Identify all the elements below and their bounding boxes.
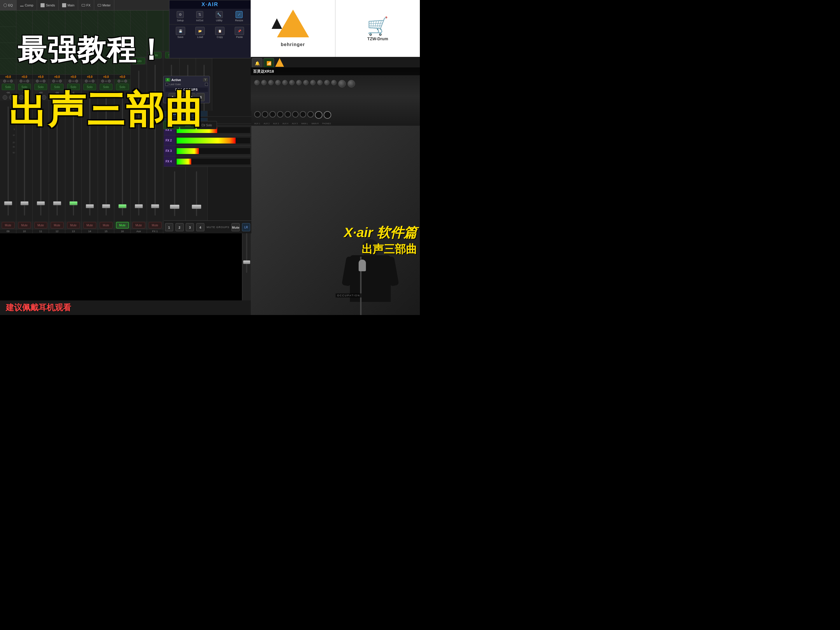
scale-50: 50 bbox=[13, 152, 15, 154]
mute-button-fx1[interactable]: Mute bbox=[149, 222, 161, 228]
gain-09: +0.0 bbox=[0, 75, 16, 79]
xr18-hardware-area: 百灵达XR18 bbox=[251, 67, 420, 126]
knob-6[interactable] bbox=[289, 80, 294, 85]
main-icon bbox=[62, 3, 66, 7]
phantom-indicator-10 bbox=[19, 80, 22, 82]
meter-button[interactable]: Meter bbox=[94, 0, 114, 10]
mute-button-13[interactable]: Mute bbox=[67, 222, 80, 228]
xr18-title-overlay: 百灵达XR18 bbox=[251, 67, 420, 75]
sends-button[interactable]: Sends bbox=[37, 0, 58, 10]
knob-12[interactable] bbox=[331, 80, 336, 85]
xair-actions-row: 💾 Save 📂 Load 📋 Copy 📌 Paste bbox=[169, 24, 251, 41]
dca-active-row: X Active Y bbox=[165, 78, 208, 82]
load-icon: 📂 bbox=[195, 27, 205, 35]
mute-btn-final[interactable]: Mute bbox=[232, 223, 240, 231]
logos-row: behringer 🛒 TZW-Drum bbox=[251, 0, 420, 57]
main-l-label: MAIN L bbox=[301, 122, 308, 125]
load-button[interactable]: 📂 Load bbox=[194, 26, 206, 40]
mute-button-12[interactable]: Mute bbox=[51, 222, 63, 228]
mute-button-11[interactable]: Mute bbox=[35, 222, 47, 228]
fader-handle-15[interactable] bbox=[102, 204, 110, 208]
db-strip-10: 48 bbox=[16, 79, 32, 83]
knob-5[interactable] bbox=[282, 80, 287, 85]
knob-7[interactable] bbox=[296, 80, 302, 85]
mic-head bbox=[358, 260, 366, 271]
send-knob-09[interactable] bbox=[3, 95, 7, 100]
gain-11: +0.0 bbox=[33, 75, 49, 79]
fader-handle-16[interactable] bbox=[118, 204, 126, 208]
xr18-title-text: 百灵达XR18 bbox=[253, 69, 274, 73]
fader-handle-14[interactable] bbox=[86, 204, 94, 208]
fx2-meter bbox=[177, 138, 250, 144]
fader-handle-10[interactable] bbox=[21, 201, 28, 205]
xlr-8 bbox=[307, 111, 314, 117]
lr-btn[interactable]: LR bbox=[242, 223, 250, 231]
db-label-16: 48 bbox=[121, 80, 124, 82]
mute-button-10[interactable]: Mute bbox=[18, 222, 31, 228]
dca-last-gate-checkbox2[interactable] bbox=[205, 83, 208, 86]
setup-label: Setup bbox=[177, 19, 184, 22]
main-button[interactable]: Main bbox=[58, 0, 78, 10]
resize-button[interactable]: ⤢ Resize bbox=[235, 11, 243, 22]
main-label: Main bbox=[67, 3, 74, 7]
fader-handle-12[interactable] bbox=[53, 201, 61, 205]
knob-10[interactable] bbox=[317, 80, 322, 85]
bus2-fader-handle[interactable] bbox=[192, 205, 201, 209]
copy-button[interactable]: 📋 Copy bbox=[214, 26, 226, 40]
bus2-fader-area bbox=[186, 167, 208, 220]
ch-label-13: 13 bbox=[65, 229, 81, 233]
knob-11[interactable] bbox=[324, 80, 330, 85]
knob-9[interactable] bbox=[310, 80, 316, 85]
knob-2[interactable] bbox=[261, 80, 267, 85]
xlr-7 bbox=[300, 111, 306, 117]
inout-button[interactable]: ⇅ In/Out bbox=[196, 11, 204, 22]
db-label-15: 48 bbox=[105, 80, 107, 82]
lr-fader-handle[interactable] bbox=[243, 260, 250, 264]
eq-button[interactable]: EQ bbox=[0, 0, 17, 10]
phantom-11 bbox=[36, 80, 39, 82]
gate-12 bbox=[59, 80, 62, 82]
mute-group-4[interactable]: 4 bbox=[196, 223, 204, 231]
xlr-1 bbox=[254, 111, 261, 117]
db-strip-12: 48 bbox=[49, 79, 65, 83]
right-title-xair: X·air 软件篇 bbox=[344, 224, 417, 242]
knob-8[interactable] bbox=[303, 80, 308, 85]
fader-handle-09[interactable] bbox=[4, 201, 12, 205]
knob-phones[interactable] bbox=[347, 80, 355, 87]
knob-4[interactable] bbox=[275, 80, 281, 85]
mute-group-2[interactable]: 2 bbox=[175, 223, 184, 231]
paste-button[interactable]: 📌 Paste bbox=[234, 26, 245, 40]
port-labels: AUX 1 AUX 2 AUX 3 AUX 4 AUX 5 MAIN L MAI… bbox=[254, 122, 331, 125]
fader-handle-aux[interactable] bbox=[135, 204, 143, 208]
mute-group-1[interactable]: 1 bbox=[165, 223, 173, 231]
fader-handle-fx1[interactable] bbox=[151, 204, 159, 208]
save-icon: 💾 bbox=[176, 27, 185, 35]
eq-label: EQ bbox=[8, 3, 13, 7]
mute-groups-row: 1 2 3 4 MUTE GROUPS Mute LR bbox=[164, 220, 251, 233]
mute-button-aux[interactable]: Mute bbox=[133, 222, 145, 228]
db-label-09: 48 bbox=[7, 80, 9, 82]
mute-button-16[interactable]: Mute bbox=[116, 222, 129, 228]
fader-handle-11[interactable] bbox=[37, 201, 45, 205]
setup-button[interactable]: ⚙ Setup bbox=[177, 11, 184, 22]
fx3-return-label: FX 3 bbox=[164, 146, 175, 156]
phantom-13 bbox=[68, 80, 71, 82]
fx3-meter-bar bbox=[177, 148, 199, 154]
mute-group-3[interactable]: 3 bbox=[186, 223, 194, 231]
knob-1[interactable] bbox=[254, 80, 259, 85]
knob-main[interactable] bbox=[338, 80, 346, 87]
save-button[interactable]: 💾 Save bbox=[175, 26, 186, 40]
ch-label-12: 12 bbox=[49, 229, 65, 233]
mute-button-15[interactable]: Mute bbox=[100, 222, 112, 228]
paste-icon: 📌 bbox=[235, 27, 244, 35]
mute-button-14[interactable]: Mute bbox=[84, 222, 96, 228]
bus1-fader-handle[interactable] bbox=[170, 205, 179, 209]
comp-button[interactable]: Comp bbox=[17, 0, 37, 10]
mute-button-09[interactable]: Mute bbox=[2, 222, 14, 228]
behringer-triangle-shape bbox=[277, 9, 309, 37]
utility-button[interactable]: 🔧 Utility bbox=[216, 11, 223, 22]
fader-handle-13[interactable] bbox=[69, 201, 77, 205]
fx2-meter-bar bbox=[177, 138, 235, 144]
knob-3[interactable] bbox=[268, 80, 273, 85]
fx-button[interactable]: FX bbox=[78, 0, 94, 10]
